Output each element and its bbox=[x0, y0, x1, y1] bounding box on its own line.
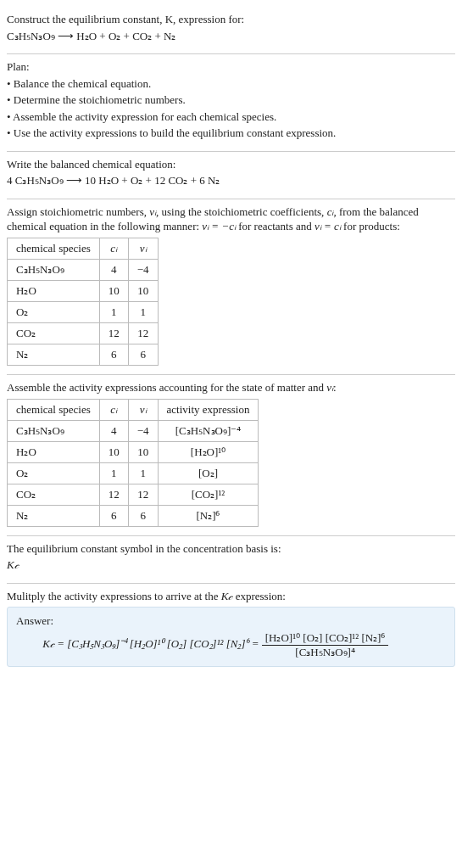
cell-nui: 12 bbox=[128, 484, 158, 505]
kc-fraction: [H₂O]¹⁰ [O₂] [CO₂]¹² [N₂]⁶ [C₃H₅N₃O₉]⁴ bbox=[262, 631, 389, 659]
intro-text: Construct the equilibrium constant, K, e… bbox=[7, 12, 455, 27]
cell-activity: [H₂O]¹⁰ bbox=[158, 441, 259, 462]
multiply-section: Mulitply the activity expressions to arr… bbox=[7, 584, 455, 676]
table-row: CO₂ 12 12 bbox=[8, 323, 159, 344]
cell-nui: 1 bbox=[128, 462, 158, 484]
plan-item: Balance the chemical equation. bbox=[7, 76, 455, 92]
kc-numerator: [H₂O]¹⁰ [O₂] [CO₂]¹² [N₂]⁶ bbox=[262, 631, 389, 646]
assign-section: Assign stoichiometric numbers, νᵢ, using… bbox=[7, 199, 455, 374]
assign-text: Assign stoichiometric numbers, νᵢ, using… bbox=[7, 204, 455, 234]
cell-ci: 6 bbox=[99, 505, 128, 526]
cell-species: C₃H₅N₃O₉ bbox=[8, 260, 100, 281]
cell-nui: 1 bbox=[128, 302, 158, 323]
plan-item: Assemble the activity expression for eac… bbox=[7, 109, 455, 125]
table-row: C₃H₅N₃O₉ 4 −4 bbox=[8, 260, 159, 281]
assemble-text-b: : bbox=[333, 381, 337, 394]
plan-title: Plan: bbox=[7, 59, 455, 75]
cell-nui: −4 bbox=[128, 420, 158, 441]
plan-section: Plan: Balance the chemical equation. Det… bbox=[7, 54, 455, 151]
assign-text-a: Assign stoichiometric numbers, bbox=[7, 205, 149, 218]
kc-lhs: K𝒸 = [C₃H₅N₃O₉]⁻⁴ [H₂O]¹⁰ [O₂] [CO₂]¹² [… bbox=[42, 638, 262, 651]
table-header: cᵢ bbox=[99, 238, 128, 260]
cell-species: CO₂ bbox=[8, 484, 100, 505]
table-row: N₂ 6 6 bbox=[8, 344, 159, 366]
intro-line1: Construct the equilibrium constant, K, e… bbox=[7, 13, 244, 25]
cell-species: C₃H₅N₃O₉ bbox=[8, 420, 100, 441]
symbol-line1: The equilibrium constant symbol in the c… bbox=[7, 541, 455, 557]
table-row: O₂ 1 1 bbox=[8, 302, 159, 323]
cell-nui: 6 bbox=[128, 505, 158, 526]
intro-section: Construct the equilibrium constant, K, e… bbox=[7, 7, 455, 53]
answer-box: Answer: K𝒸 = [C₃H₅N₃O₉]⁻⁴ [H₂O]¹⁰ [O₂] [… bbox=[7, 607, 455, 667]
table-header-row: chemical species cᵢ νᵢ bbox=[8, 238, 159, 260]
multiply-text-a: Mulitply the activity expressions to arr… bbox=[7, 590, 221, 602]
answer-label: Answer: bbox=[16, 614, 446, 628]
cell-species: O₂ bbox=[8, 302, 100, 323]
plan-item: Determine the stoichiometric numbers. bbox=[7, 92, 455, 108]
kc-denominator: [C₃H₅N₃O₉]⁴ bbox=[262, 646, 389, 659]
assemble-text: Assemble the activity expressions accoun… bbox=[7, 380, 455, 395]
multiply-text: Mulitply the activity expressions to arr… bbox=[7, 589, 455, 604]
cell-species: O₂ bbox=[8, 462, 100, 484]
cell-activity: [O₂] bbox=[158, 462, 259, 484]
cell-species: H₂O bbox=[8, 281, 100, 302]
intro-equation: C₃H₅N₃O₉ ⟶ H₂O + O₂ + CO₂ + N₂ bbox=[7, 29, 455, 44]
symbol-section: The equilibrium constant symbol in the c… bbox=[7, 536, 455, 583]
cell-species: CO₂ bbox=[8, 323, 100, 344]
table-header: cᵢ bbox=[99, 399, 128, 420]
table-header: chemical species bbox=[8, 399, 100, 420]
balanced-section: Write the balanced chemical equation: 4 … bbox=[7, 152, 455, 199]
rel2: νᵢ = cᵢ bbox=[314, 220, 341, 232]
cell-nui: 10 bbox=[128, 281, 158, 302]
cell-nui: −4 bbox=[128, 260, 158, 281]
cell-activity: [N₂]⁶ bbox=[158, 505, 259, 526]
cell-ci: 10 bbox=[99, 441, 128, 462]
table-header: νᵢ bbox=[128, 238, 158, 260]
table-row: H₂O 10 10 [H₂O]¹⁰ bbox=[8, 441, 259, 462]
assign-text-b: , using the stoichiometric coefficients, bbox=[156, 205, 327, 218]
cell-ci: 1 bbox=[99, 462, 128, 484]
cell-ci: 10 bbox=[99, 281, 128, 302]
cell-nui: 6 bbox=[128, 344, 158, 366]
plan-item: Use the activity expressions to build th… bbox=[7, 126, 455, 141]
assemble-text-a: Assemble the activity expressions accoun… bbox=[7, 381, 326, 394]
assemble-section: Assemble the activity expressions accoun… bbox=[7, 375, 455, 535]
cell-ci: 6 bbox=[99, 344, 128, 366]
kc-expression: K𝒸 = [C₃H₅N₃O₉]⁻⁴ [H₂O]¹⁰ [O₂] [CO₂]¹² [… bbox=[16, 631, 446, 659]
stoich-table-2: chemical species cᵢ νᵢ activity expressi… bbox=[7, 399, 259, 527]
balanced-equation: 4 C₃H₅N₃O₉ ⟶ 10 H₂O + O₂ + 12 CO₂ + 6 N₂ bbox=[7, 173, 455, 188]
cell-ci: 12 bbox=[99, 323, 128, 344]
assign-text-d: for reactants and bbox=[236, 220, 314, 232]
cell-activity: [CO₂]¹² bbox=[158, 484, 259, 505]
cell-ci: 1 bbox=[99, 302, 128, 323]
multiply-text-b: expression: bbox=[232, 590, 285, 602]
cell-species: N₂ bbox=[8, 344, 100, 366]
cell-nui: 12 bbox=[128, 323, 158, 344]
cell-ci: 12 bbox=[99, 484, 128, 505]
kc-symbol: K𝒸 bbox=[221, 590, 233, 602]
cell-species: H₂O bbox=[8, 441, 100, 462]
table-row: N₂ 6 6 [N₂]⁶ bbox=[8, 505, 259, 526]
rel1: νᵢ = −cᵢ bbox=[202, 220, 236, 232]
cell-nui: 10 bbox=[128, 441, 158, 462]
cell-activity: [C₃H₅N₃O₉]⁻⁴ bbox=[158, 420, 259, 441]
table-row: O₂ 1 1 [O₂] bbox=[8, 462, 259, 484]
nu-i: νᵢ bbox=[326, 381, 333, 394]
table-header-row: chemical species cᵢ νᵢ activity expressi… bbox=[8, 399, 259, 420]
table-row: C₃H₅N₃O₉ 4 −4 [C₃H₅N₃O₉]⁻⁴ bbox=[8, 420, 259, 441]
cell-ci: 4 bbox=[99, 260, 128, 281]
assign-text-e: for products: bbox=[341, 220, 400, 232]
nu-i: νᵢ bbox=[149, 205, 156, 218]
balanced-title: Write the balanced chemical equation: bbox=[7, 157, 455, 172]
table-header: chemical species bbox=[8, 238, 100, 260]
stoich-table-1: chemical species cᵢ νᵢ C₃H₅N₃O₉ 4 −4 H₂O… bbox=[7, 238, 159, 366]
symbol-kc: K𝒸 bbox=[7, 557, 455, 573]
table-header: νᵢ bbox=[128, 399, 158, 420]
table-header: activity expression bbox=[158, 399, 259, 420]
cell-species: N₂ bbox=[8, 505, 100, 526]
table-row: H₂O 10 10 bbox=[8, 281, 159, 302]
table-row: CO₂ 12 12 [CO₂]¹² bbox=[8, 484, 259, 505]
cell-ci: 4 bbox=[99, 420, 128, 441]
